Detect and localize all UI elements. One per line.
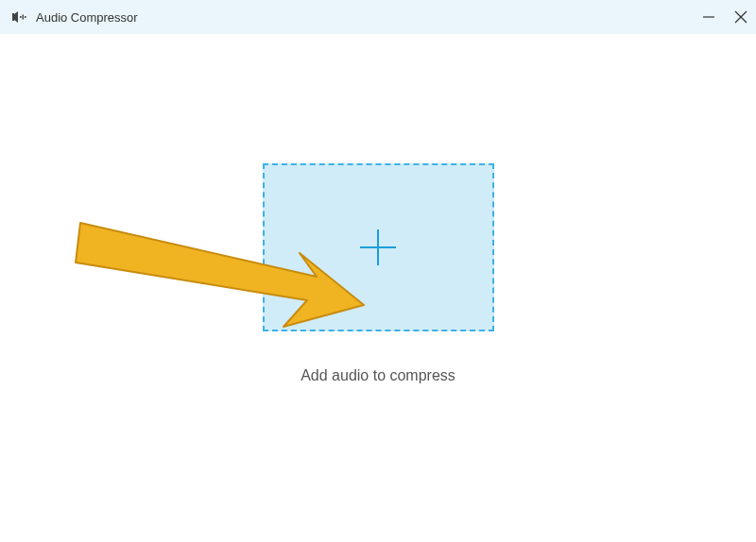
dropzone-caption: Add audio to compress [301, 367, 455, 384]
svg-rect-3 [25, 16, 26, 18]
svg-rect-2 [23, 15, 25, 20]
audio-icon [11, 8, 28, 25]
plus-icon [356, 226, 400, 269]
svg-rect-0 [12, 13, 14, 21]
close-button[interactable] [733, 9, 748, 25]
dropzone-wrapper: Add audio to compress [263, 163, 494, 384]
minimize-button[interactable] [701, 9, 716, 25]
add-audio-dropzone[interactable] [263, 163, 494, 331]
main-content: Add audio to compress [0, 34, 756, 542]
svg-rect-1 [20, 16, 22, 18]
window-controls [701, 0, 748, 34]
titlebar: Audio Compressor [0, 0, 756, 34]
window-title: Audio Compressor [36, 10, 138, 25]
